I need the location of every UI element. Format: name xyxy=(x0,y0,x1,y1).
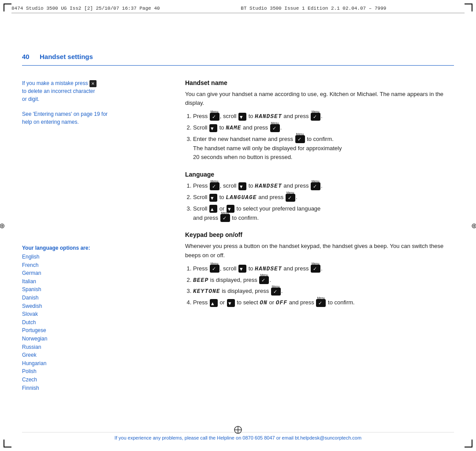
scroll-down-1 xyxy=(238,113,246,121)
language-item: English xyxy=(22,253,172,261)
menu-btn-8: Menu xyxy=(220,214,230,222)
footer-text: If you experience any problems, please c… xyxy=(115,435,361,440)
language-item: French xyxy=(22,261,172,270)
note-delete-line3: or digit. xyxy=(22,96,39,102)
section-body-handset-name: You can give your handset a name accordi… xyxy=(185,90,450,107)
header-center-text: BT Studio 3500 Issue 1 Edition 2.1 02.04… xyxy=(163,6,465,11)
language-item: Russian xyxy=(22,343,172,351)
section-body-keypad-beep: Whenever you press a button on the hands… xyxy=(185,242,450,259)
language-item: Hungarian xyxy=(22,359,172,368)
note-delete: If you make a mistake press ✕ to delete … xyxy=(22,79,172,103)
delete-icon: ✕ xyxy=(89,80,97,87)
menu-btn-11: Menu xyxy=(259,276,269,284)
section-title-handset-name: Handset name xyxy=(185,79,450,86)
menu-btn-3: Menu xyxy=(270,124,280,132)
section-title-keypad-beep: Keypad beep on/off xyxy=(185,231,450,238)
language-item: Polish xyxy=(22,367,172,376)
menu-btn-4: Menu xyxy=(295,135,305,143)
page-title: Handset settings xyxy=(40,53,93,60)
handset-name-steps: Press Menu, scroll to HANDSET and press … xyxy=(193,112,450,162)
menu-btn-13: Menu xyxy=(316,299,326,307)
language-step-3: Scroll or to select your preferred langu… xyxy=(193,204,450,223)
note-delete-line1: If you make a mistake press xyxy=(22,80,88,86)
language-item: Finnish xyxy=(22,384,172,392)
scroll-up-2 xyxy=(210,299,218,307)
menu-btn-10: Menu xyxy=(311,265,320,273)
handset-name-step-3: Enter the new handset name and press Men… xyxy=(193,135,450,162)
reg-mark-right: ⊕ xyxy=(471,222,476,230)
language-item: Norwegian xyxy=(22,335,172,343)
keypad-beep-step-4: Press or to select ON or OFF and press M… xyxy=(193,298,450,308)
menu-btn-7: Menu xyxy=(286,194,295,202)
menu-btn-12: Menu xyxy=(271,288,281,296)
menu-btn-5: Menu xyxy=(210,182,219,190)
note-delete-line2: to delete an incorrect character xyxy=(22,88,95,94)
language-steps: Press Menu, scroll to HANDSET and press … xyxy=(193,181,450,222)
language-item: German xyxy=(22,269,172,277)
language-step-1: Press Menu, scroll to HANDSET and press … xyxy=(193,181,450,191)
language-item: Spanish xyxy=(22,285,172,294)
scroll-up-1 xyxy=(209,205,217,213)
section-title-language: Language xyxy=(185,171,450,178)
language-item: Greek xyxy=(22,351,172,359)
menu-btn-1: Menu xyxy=(210,113,219,121)
language-item: Portugese xyxy=(22,326,172,335)
bottom-reg-mark xyxy=(234,425,242,434)
header-left-text: 8474 Studio 3500 UG Iss2 [2] 25/10/07 16… xyxy=(11,6,163,11)
language-item: Czech xyxy=(22,376,172,384)
note-entering-line2: help on entering names. xyxy=(22,119,79,125)
menu-btn-6: Menu xyxy=(311,182,320,190)
reg-mark-left: ⊕ xyxy=(0,222,5,230)
language-item: Italian xyxy=(22,277,172,286)
language-options-header: Your language options are: xyxy=(22,245,172,251)
language-list: EnglishFrenchGermanItalianSpanishDanishS… xyxy=(22,253,172,392)
left-column: If you make a mistake press ✕ to delete … xyxy=(22,70,172,392)
page-number: 40 xyxy=(22,53,30,60)
keypad-beep-step-1: Press Menu, scroll to HANDSET and press … xyxy=(193,264,450,274)
scroll-down-7 xyxy=(227,299,235,307)
note-entering-line1: See 'Entering names' on page 19 for xyxy=(22,111,108,117)
language-step-2: Scroll to LANGUAGE and press Menu. xyxy=(193,193,450,203)
menu-btn-2: Menu xyxy=(311,113,320,121)
scroll-down-4 xyxy=(209,194,217,202)
main-column: Handset name You can give your handset a… xyxy=(185,70,450,313)
handset-name-step-2: Scroll to NAME and press Menu. xyxy=(193,123,450,133)
language-item: Danish xyxy=(22,294,172,302)
handset-name-step-1: Press Menu, scroll to HANDSET and press … xyxy=(193,112,450,122)
keypad-beep-step-2: BEEP is displayed, press Menu. xyxy=(193,276,450,285)
keypad-beep-steps: Press Menu, scroll to HANDSET and press … xyxy=(193,264,450,308)
header-strip: 8474 Studio 3500 UG Iss2 [2] 25/10/07 16… xyxy=(11,4,465,13)
scroll-down-2 xyxy=(209,124,217,132)
language-item: Swedish xyxy=(22,302,172,311)
scroll-down-3 xyxy=(238,182,246,190)
note-entering-names: See 'Entering names' on page 19 for help… xyxy=(22,110,172,126)
scroll-down-6 xyxy=(238,265,246,273)
language-item: Dutch xyxy=(22,318,172,327)
menu-btn-9: Menu xyxy=(210,265,219,273)
title-rule xyxy=(22,65,454,66)
language-item: Slovak xyxy=(22,310,172,318)
